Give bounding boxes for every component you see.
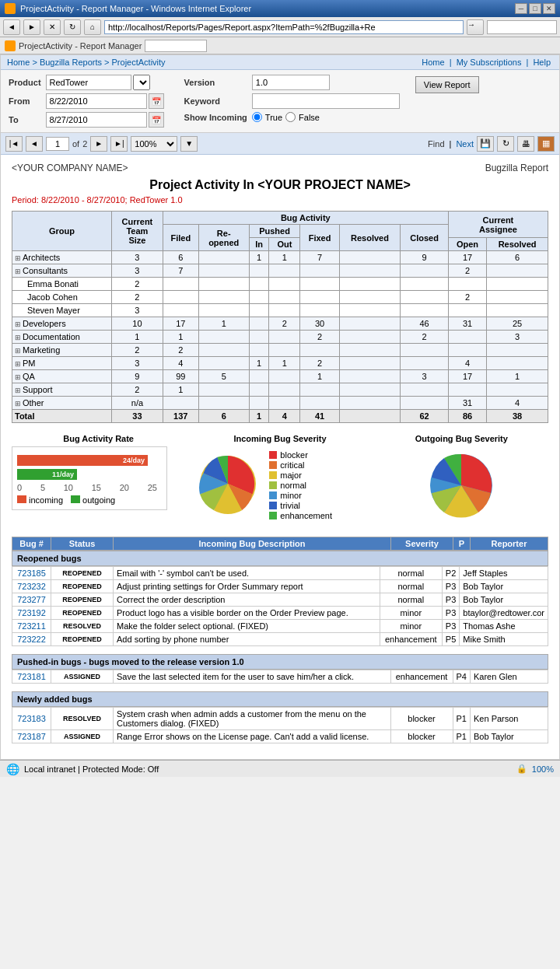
breadcrumb-home[interactable]: Home (7, 58, 30, 67)
show-incoming-false[interactable] (285, 112, 296, 122)
outgoing-rate: 11/day (52, 471, 74, 478)
from-calendar-button[interactable]: 📅 (149, 93, 164, 109)
product-select[interactable] (133, 75, 150, 90)
table-row: ⊞QA (12, 370, 112, 383)
bar-legend: incoming outgoing (17, 495, 162, 505)
favorites-icon (5, 40, 16, 51)
status-right: 🔒 100% (516, 764, 554, 774)
favorites-bar: ProjectActivity - Report Manager (0, 37, 560, 54)
show-incoming-true[interactable] (252, 112, 262, 122)
status-text: Local intranet | Protected Mode: Off (24, 764, 159, 774)
bug-table-header: Bug # Status Incoming Bug Description Se… (12, 537, 548, 551)
total-pages: 2 (82, 139, 87, 149)
table-row: ⊞Marketing (12, 344, 112, 357)
layout-button[interactable]: ▦ (537, 136, 555, 152)
bug-link[interactable]: 723232 (17, 582, 46, 591)
next-page-button[interactable]: ► (90, 136, 107, 152)
back-button[interactable]: ◄ (3, 19, 20, 35)
bug-link[interactable]: 723192 (17, 608, 46, 617)
bug-link[interactable]: 723181 (17, 672, 46, 681)
to-input[interactable] (46, 112, 147, 128)
bug-link[interactable]: 723222 (17, 635, 46, 644)
bug-table: 723183 RESOLVED System crash when admin … (12, 707, 548, 743)
next-link[interactable]: Next (456, 139, 474, 149)
table-row: 723222 REOPENED Add sorting by phone num… (12, 633, 548, 646)
show-incoming-radio: True False (252, 112, 400, 122)
bug-link[interactable]: 723187 (17, 732, 46, 741)
google-search[interactable] (487, 20, 557, 34)
breadcrumb-help[interactable]: Help (533, 58, 551, 67)
period-line: Period: 8/22/2010 - 8/27/2010; RedTower … (12, 195, 548, 205)
bar-chart-box: Bug Activity Rate 24/day 11/day (12, 434, 185, 510)
breadcrumb-subscriptions[interactable]: My Subscriptions (457, 58, 522, 67)
breadcrumb-projectactivity[interactable]: ProjectActivity (112, 58, 166, 67)
bug-link[interactable]: 723277 (17, 595, 46, 604)
outgoing-pie-title: Outgoing Bug Severity (375, 434, 548, 443)
table-row: 723183 RESOLVED System crash when admin … (12, 708, 548, 730)
show-incoming-label: Show Incoming (184, 113, 247, 122)
incoming-pie-chart: Incoming Bug Severity blocker (193, 434, 366, 521)
charts-area: Bug Activity Rate 24/day 11/day (12, 434, 548, 526)
page-input[interactable] (46, 137, 69, 151)
zoom-dropdown-button[interactable]: ▼ (180, 136, 198, 152)
breadcrumb-home-right[interactable]: Home (422, 58, 444, 67)
refresh-button[interactable]: ↻ (64, 19, 81, 35)
table-row: ⊞Developers (12, 317, 112, 331)
th-reporter: Reporter (471, 537, 548, 551)
table-row: 723192 REOPENED Product logo has a visib… (12, 607, 548, 620)
version-label: Version (184, 78, 247, 87)
minimize-button[interactable]: ─ (515, 3, 527, 14)
table-row: 723232 REOPENED Adjust printing settings… (12, 580, 548, 593)
table-row: ⊞PM (12, 357, 112, 370)
th-severity: Severity (391, 537, 453, 551)
section-header: Newly added bugs (12, 691, 548, 707)
report-manager: Home > Bugzilla Reports > ProjectActivit… (0, 54, 560, 760)
table-row: ⊞Documentation (12, 331, 112, 344)
keyword-label: Keyword (184, 96, 247, 106)
incoming-pie-title: Incoming Bug Severity (193, 434, 366, 443)
maximize-button[interactable]: □ (529, 3, 541, 14)
prev-page-button[interactable]: ◄ (26, 136, 43, 152)
table-row: 723187 ASSIGNED Range Error shows on the… (12, 730, 548, 743)
print-button[interactable]: 🖶 (517, 136, 534, 152)
address-bar[interactable] (104, 20, 464, 34)
bug-section: Reopened bugs 723185 REOPENED Email with… (12, 551, 548, 646)
favorites-input[interactable] (145, 40, 207, 52)
stop-button[interactable]: ✕ (44, 19, 61, 35)
breadcrumb-bugzilla[interactable]: Bugzilla Reports (40, 58, 102, 67)
zoom-select[interactable]: 100% 75% 50% (131, 136, 177, 152)
go-button[interactable]: → (467, 19, 484, 35)
breadcrumb: Home > Bugzilla Reports > ProjectActivit… (1, 55, 559, 70)
last-page-button[interactable]: ►| (110, 136, 128, 152)
status-bar: 🌐 Local intranet | Protected Mode: Off 🔒… (0, 760, 560, 777)
th-bugactivity: Bug Activity (163, 212, 448, 225)
version-input[interactable] (252, 75, 330, 90)
refresh-report-button[interactable]: ↻ (497, 136, 514, 152)
home-button[interactable]: ⌂ (84, 19, 101, 35)
th-priority: P (453, 537, 471, 551)
forward-button[interactable]: ► (23, 19, 40, 35)
zoom-control[interactable]: 100% (532, 764, 554, 774)
bug-table: 723185 REOPENED Email with '-' symbol ca… (12, 566, 548, 646)
export-button[interactable]: 💾 (477, 136, 494, 152)
keyword-input[interactable] (252, 93, 400, 109)
close-button[interactable]: ✕ (543, 3, 555, 14)
bug-link[interactable]: 723183 (17, 714, 46, 723)
product-input[interactable] (46, 75, 131, 90)
view-report-button[interactable]: View Report (415, 76, 479, 93)
table-row: 723181 ASSIGNED Save the last selected i… (12, 670, 548, 684)
true-label: True (265, 113, 282, 122)
table-row: Jacob Cohen (12, 291, 112, 304)
to-calendar-button[interactable]: 📅 (149, 112, 164, 128)
from-input[interactable] (46, 93, 147, 109)
section-header: Pushed-in bugs - bugs moved to the relea… (12, 654, 548, 670)
th-resolved: Resolved (339, 225, 401, 251)
title-bar-text: ProjectActivity - Report Manager - Windo… (20, 4, 510, 13)
first-page-button[interactable]: |◄ (5, 136, 23, 152)
bug-table: 723181 ASSIGNED Save the last selected i… (12, 670, 548, 684)
bug-link[interactable]: 723211 (17, 621, 46, 631)
of-label: of (72, 139, 79, 149)
title-bar: ProjectActivity - Report Manager - Windo… (0, 0, 560, 17)
th-open: Open (448, 238, 486, 251)
bug-link[interactable]: 723185 (17, 568, 46, 578)
